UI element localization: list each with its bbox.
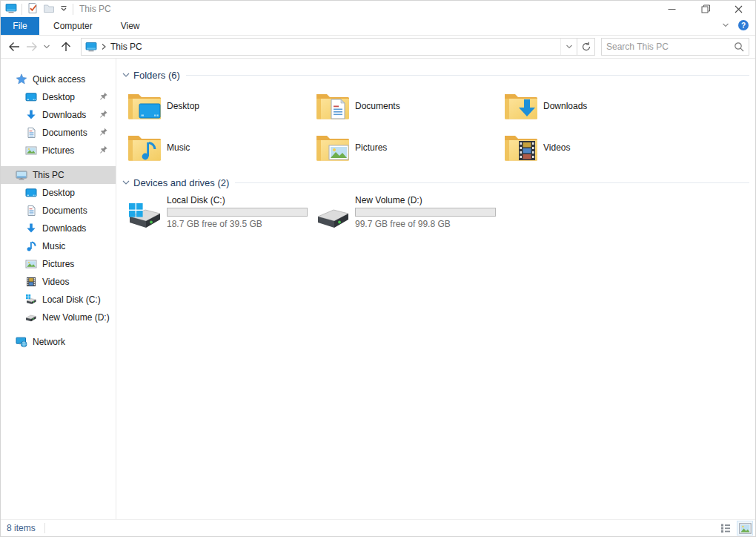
quick-access-toolbar <box>1 2 73 16</box>
sidebar-item-new-volume-d[interactable]: New Volume (D:) <box>1 309 116 326</box>
folder-tile-documents[interactable]: Documents <box>315 87 503 125</box>
drive-tile-local-disk-c[interactable]: Local Disk (C:)18.7 GB free of 39.5 GB <box>127 194 315 234</box>
drive-name: Local Disk (C:) <box>167 195 308 205</box>
tab-view[interactable]: View <box>107 17 154 35</box>
customize-toolbar-chevron-icon[interactable] <box>59 4 68 15</box>
folders-grid: DesktopDocumentsDownloadsMusicPicturesVi… <box>127 87 751 166</box>
address-dropdown-chevron-icon[interactable] <box>560 39 577 55</box>
sidebar-item-downloads[interactable]: Downloads <box>1 106 116 124</box>
back-icon[interactable] <box>5 38 23 56</box>
divider <box>44 523 45 533</box>
chevron-down-icon[interactable] <box>122 70 130 79</box>
drives-grid: Local Disk (C:)18.7 GB free of 39.5 GBNe… <box>127 194 751 234</box>
folder-label: Music <box>167 142 190 153</box>
sidebar-item-documents[interactable]: Documents <box>1 202 116 220</box>
pic-icon <box>25 145 37 157</box>
drive-name: New Volume (D:) <box>355 195 496 205</box>
details-view-icon[interactable] <box>718 521 733 535</box>
drive-win-icon <box>25 294 37 306</box>
sidebar-item-pictures[interactable]: Pictures <box>1 255 116 273</box>
folder-label: Pictures <box>355 142 387 153</box>
forward-icon[interactable] <box>23 38 41 56</box>
drive-free-space: 18.7 GB free of 39.5 GB <box>167 219 308 229</box>
folder-downloads-icon <box>503 90 539 122</box>
sidebar-item-music[interactable]: Music <box>1 237 116 255</box>
items-count: 8 items <box>7 523 36 533</box>
drive-usage-bar <box>167 208 308 217</box>
large-icons-view-icon[interactable] <box>737 521 752 535</box>
sidebar-item-pictures[interactable]: Pictures <box>1 142 116 159</box>
folder-tile-downloads[interactable]: Downloads <box>503 87 692 125</box>
doc-icon <box>25 127 37 139</box>
pc-icon <box>16 169 27 181</box>
sidebar-item-desktop[interactable]: Desktop <box>1 88 116 106</box>
refresh-icon[interactable] <box>577 38 595 56</box>
divider <box>73 4 73 15</box>
search-icon[interactable] <box>734 42 744 52</box>
sidebar-item-this-pc[interactable]: This PC <box>1 166 116 184</box>
sidebar-item-label: Desktop <box>42 92 75 102</box>
this-pc-icon <box>85 41 97 53</box>
navigation-bar: This PC <box>1 36 755 59</box>
folder-label: Documents <box>355 101 400 111</box>
drive-free-space: 99.7 GB free of 99.8 GB <box>355 219 496 229</box>
tab-file[interactable]: File <box>1 17 39 35</box>
recent-locations-chevron-icon[interactable] <box>41 38 53 56</box>
ribbon-tabs: File Computer View ? <box>1 17 755 36</box>
group-header-folders-6[interactable]: Folders (6) <box>122 67 751 82</box>
sidebar-item-label: New Volume (D:) <box>42 312 110 323</box>
sidebar-item-label: Documents <box>42 128 87 138</box>
help-icon[interactable]: ? <box>737 19 749 33</box>
up-icon[interactable] <box>57 38 75 56</box>
drive-large-win-icon <box>127 199 162 231</box>
folder-tile-desktop[interactable]: Desktop <box>127 87 315 125</box>
group-title: Folders (6) <box>133 70 180 81</box>
network-icon <box>16 336 27 348</box>
folder-label: Downloads <box>543 101 587 111</box>
folder-desktop-icon <box>127 90 162 122</box>
folder-tile-videos[interactable]: Videos <box>503 128 692 166</box>
sidebar-item-label: Pictures <box>42 259 74 269</box>
sidebar-item-label: Quick access <box>33 74 85 85</box>
sidebar-item-desktop[interactable]: Desktop <box>1 184 116 202</box>
folder-music-icon <box>127 131 162 164</box>
sidebar-item-downloads[interactable]: Downloads <box>1 220 116 237</box>
minimize-ribbon-chevron-icon[interactable] <box>721 21 730 32</box>
new-folder-icon[interactable] <box>43 2 55 16</box>
group-header-devices-and-drives-2[interactable]: Devices and drives (2) <box>122 175 751 190</box>
sidebar-item-documents[interactable]: Documents <box>1 124 116 142</box>
divider <box>186 75 749 76</box>
chevron-down-icon[interactable] <box>122 178 130 187</box>
titlebar: This PC <box>1 1 755 17</box>
folder-label: Desktop <box>167 101 199 111</box>
sidebar-item-label: Local Disk (C:) <box>42 294 101 305</box>
divider <box>21 4 22 15</box>
breadcrumb[interactable]: This PC <box>85 41 560 53</box>
monitor-icon <box>25 91 37 103</box>
search-input[interactable] <box>606 42 734 52</box>
search-box[interactable] <box>601 38 749 56</box>
properties-icon[interactable] <box>27 2 39 16</box>
group-title: Devices and drives (2) <box>133 177 229 188</box>
sidebar-item-label: Documents <box>42 205 87 216</box>
sidebar-item-network[interactable]: Network <box>1 333 116 351</box>
restore-button[interactable] <box>689 1 722 17</box>
breadcrumb-location[interactable]: This PC <box>110 42 142 52</box>
folder-label: Videos <box>543 142 570 153</box>
minimize-button[interactable] <box>655 1 689 17</box>
tab-computer[interactable]: Computer <box>39 17 107 35</box>
sidebar-item-label: Pictures <box>42 145 74 156</box>
address-bar[interactable]: This PC <box>81 38 577 56</box>
folder-documents-icon <box>315 90 351 122</box>
sidebar-item-videos[interactable]: Videos <box>1 273 116 291</box>
sidebar-item-quick-access[interactable]: Quick access <box>1 70 116 88</box>
sidebar-item-label: Network <box>33 337 65 347</box>
drive-tile-new-volume-d[interactable]: New Volume (D:)99.7 GB free of 99.8 GB <box>315 194 503 234</box>
folder-tile-music[interactable]: Music <box>127 128 315 166</box>
close-button[interactable] <box>722 1 755 17</box>
sidebar-item-label: Music <box>42 241 65 251</box>
sidebar-item-local-disk-c[interactable]: Local Disk (C:) <box>1 291 116 309</box>
doc-icon <box>25 205 37 217</box>
folder-tile-pictures[interactable]: Pictures <box>315 128 503 166</box>
note-icon <box>25 240 37 252</box>
